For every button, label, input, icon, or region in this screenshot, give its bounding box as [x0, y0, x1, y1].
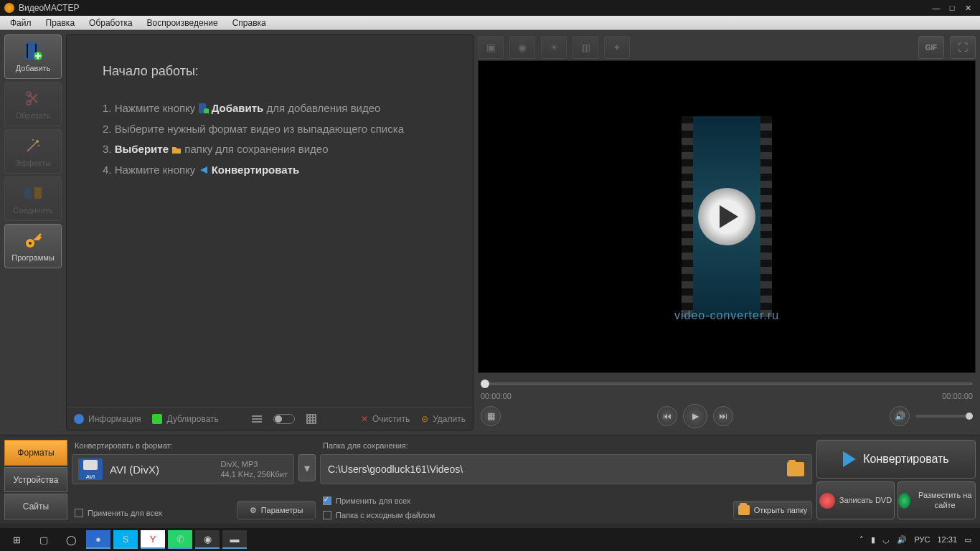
speed-tool-icon[interactable]: ✦ [604, 36, 630, 59]
info-button[interactable]: Информация [74, 414, 141, 424]
dvd-icon [819, 493, 835, 509]
yandex-taskbar-icon[interactable]: Y [141, 530, 165, 549]
open-folder-button[interactable]: Открыть папку [733, 501, 812, 519]
convert-inline-icon [199, 164, 209, 174]
maximize-button[interactable]: □ [944, 4, 960, 12]
preview-watermark: video-converter.ru [479, 309, 975, 322]
seek-slider[interactable] [478, 373, 976, 390]
svg-point-10 [38, 145, 39, 146]
notifications-icon[interactable]: ▭ [964, 535, 971, 545]
convert-button[interactable]: Конвертировать [816, 440, 976, 479]
folder-apply-all[interactable]: Применить для всех [320, 491, 438, 505]
crop-tool-icon[interactable]: ▣ [478, 36, 504, 59]
snapshot-tool-icon[interactable]: ◉ [509, 36, 535, 59]
menu-playback[interactable]: Воспроизведение [140, 18, 225, 28]
join-label: Соединить [13, 206, 53, 215]
effects-label: Эффекты [15, 159, 51, 167]
menu-help[interactable]: Справка [225, 18, 273, 28]
close-button[interactable]: ✕ [960, 4, 976, 13]
clock[interactable]: 12:31 [937, 535, 957, 544]
task-view-button[interactable]: ▢ [32, 530, 56, 549]
programs-button[interactable]: Программы [4, 224, 62, 268]
tab-formats[interactable]: Форматы [4, 440, 67, 466]
explorer-taskbar-icon[interactable]: ▬ [222, 530, 247, 549]
join-button[interactable]: Соединить [4, 176, 62, 221]
clear-button[interactable]: ✕Очистить [361, 414, 410, 424]
checkbox-icon [75, 509, 83, 517]
publish-button[interactable]: Разместить на сайте [897, 481, 976, 519]
folder-inline-icon [171, 143, 182, 153]
format-name: AVI (DivX) [110, 463, 213, 476]
play-arrow-icon [843, 451, 856, 467]
programs-label: Программы [11, 253, 54, 262]
time-total: 00:00:00 [942, 392, 973, 400]
parameters-button[interactable]: ⚙Параметры [237, 501, 316, 519]
tray-chevron-icon[interactable]: ˄ [859, 535, 864, 545]
play-button[interactable]: ▶ [683, 404, 707, 428]
effects-button[interactable]: Эффекты [4, 129, 62, 174]
sound-icon[interactable]: 🔊 [897, 535, 907, 545]
videomaster-taskbar-icon[interactable]: ◉ [195, 530, 220, 549]
time-current: 00:00:00 [481, 392, 512, 400]
film-tool-icon[interactable]: ▥ [573, 36, 598, 59]
view-toggle[interactable] [273, 414, 295, 424]
language-indicator[interactable]: РУС [914, 535, 930, 544]
folder-label: Папка для сохранения: [320, 440, 812, 454]
globe-icon [898, 493, 910, 509]
film-add-inline-icon [199, 102, 209, 112]
path-text: C:\Users\goodluck161\Videos\ [328, 463, 463, 475]
folder-source[interactable]: Папка с исходным файлом [320, 505, 438, 519]
welcome-text: Начало работы: 1. Нажмите кнопку Добавит… [67, 35, 473, 407]
cortana-taskbar-icon[interactable]: ● [86, 530, 110, 549]
format-apply-all[interactable]: Применить для всех [72, 503, 165, 517]
battery-icon[interactable]: ▮ [871, 535, 875, 545]
menu-file[interactable]: Файл [3, 18, 39, 28]
gif-button[interactable]: GIF [918, 36, 944, 59]
video-preview[interactable]: video-converter.ru [478, 60, 976, 373]
browser-taskbar-icon[interactable]: ◯ [59, 530, 83, 549]
format-tabs: Форматы Устройства Сайты [4, 440, 67, 519]
taskbar: ⊞ ▢ ◯ ● S Y ✆ ◉ ▬ ˄ ▮ ◡ 🔊 РУС 12:31 ▭ [0, 528, 980, 551]
bottom-panel: Форматы Устройства Сайты Конвертировать … [0, 435, 980, 524]
grid-view-icon[interactable] [306, 414, 316, 424]
add-label: Добавить [16, 64, 51, 72]
tab-devices[interactable]: Устройства [4, 467, 67, 493]
volume-slider[interactable] [915, 415, 973, 418]
format-dropdown-icon[interactable]: ▾ [298, 454, 316, 481]
avi-icon: AVI [78, 458, 103, 480]
add-button[interactable]: Добавить [4, 34, 62, 79]
burn-dvd-button[interactable]: Записать DVD [816, 481, 895, 519]
app-logo-icon [4, 3, 14, 13]
whatsapp-taskbar-icon[interactable]: ✆ [168, 530, 192, 549]
snapshot-button[interactable]: ▦ [481, 406, 501, 426]
format-label: Конвертировать в формат: [72, 440, 316, 454]
browse-folder-icon[interactable] [787, 462, 804, 476]
format-selector[interactable]: AVI AVI (DivX) DivX, MP344,1 KHz, 256Кби… [72, 454, 294, 484]
delete-button[interactable]: ⊖Удалить [421, 414, 466, 424]
action-column: Конвертировать Записать DVD Разместить н… [816, 440, 976, 519]
welcome-title: Начало работы: [103, 64, 437, 79]
minimize-button[interactable]: — [928, 4, 944, 12]
tab-sites[interactable]: Сайты [4, 494, 67, 519]
folder-icon [738, 505, 750, 515]
menu-edit[interactable]: Правка [39, 18, 83, 28]
list-view-icon[interactable] [252, 415, 262, 423]
duplicate-button[interactable]: Дублировать [152, 414, 218, 424]
film-add-icon [23, 41, 43, 61]
menu-process[interactable]: Обработка [82, 18, 140, 28]
file-list-panel: Начало работы: 1. Нажмите кнопку Добавит… [66, 34, 473, 430]
start-button[interactable]: ⊞ [4, 530, 29, 549]
volume-button[interactable]: 🔊 [890, 406, 910, 426]
prev-button[interactable]: ⏮ [657, 406, 677, 426]
gear-icon: ⚙ [250, 506, 257, 515]
svg-rect-11 [24, 187, 32, 199]
trim-button[interactable]: Обрезать [4, 82, 62, 126]
scissors-icon [23, 88, 43, 108]
wifi-icon[interactable]: ◡ [882, 535, 890, 545]
fullscreen-button[interactable]: ⛶ [950, 36, 976, 59]
output-path[interactable]: C:\Users\goodluck161\Videos\ [320, 454, 812, 484]
clear-icon: ✕ [361, 414, 368, 424]
skype-taskbar-icon[interactable]: S [113, 530, 138, 549]
brightness-tool-icon[interactable]: ☀ [541, 36, 567, 59]
next-button[interactable]: ⏭ [713, 406, 733, 426]
